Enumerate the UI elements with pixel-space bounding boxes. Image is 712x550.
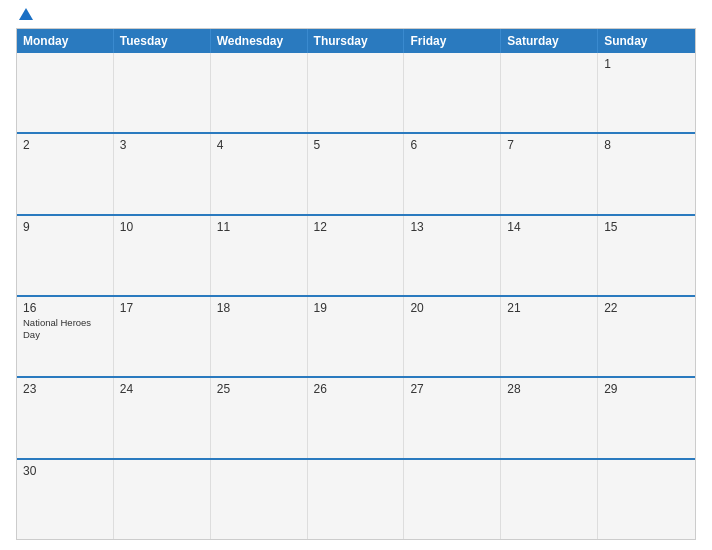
day-cell bbox=[598, 460, 695, 539]
day-number: 4 bbox=[217, 138, 301, 152]
day-number: 10 bbox=[120, 220, 204, 234]
day-cell: 18 bbox=[211, 297, 308, 376]
day-cell: 29 bbox=[598, 378, 695, 457]
day-number: 23 bbox=[23, 382, 107, 396]
day-cell: 4 bbox=[211, 134, 308, 213]
day-cell: 30 bbox=[17, 460, 114, 539]
day-header-sunday: Sunday bbox=[598, 29, 695, 53]
day-number: 22 bbox=[604, 301, 689, 315]
day-number: 25 bbox=[217, 382, 301, 396]
day-headers-row: MondayTuesdayWednesdayThursdayFridaySatu… bbox=[17, 29, 695, 53]
day-cell: 14 bbox=[501, 216, 598, 295]
day-number: 30 bbox=[23, 464, 107, 478]
weeks-container: 12345678910111213141516National Heroes D… bbox=[17, 53, 695, 539]
day-cell: 1 bbox=[598, 53, 695, 132]
calendar: MondayTuesdayWednesdayThursdayFridaySatu… bbox=[16, 28, 696, 540]
day-cell bbox=[308, 460, 405, 539]
event-label: National Heroes Day bbox=[23, 317, 107, 342]
day-cell bbox=[17, 53, 114, 132]
day-cell bbox=[501, 53, 598, 132]
day-number: 21 bbox=[507, 301, 591, 315]
day-cell bbox=[114, 53, 211, 132]
day-number: 12 bbox=[314, 220, 398, 234]
day-cell: 20 bbox=[404, 297, 501, 376]
week-row-3: 9101112131415 bbox=[17, 214, 695, 295]
day-cell: 2 bbox=[17, 134, 114, 213]
day-cell: 5 bbox=[308, 134, 405, 213]
day-cell: 27 bbox=[404, 378, 501, 457]
day-number: 19 bbox=[314, 301, 398, 315]
week-row-2: 2345678 bbox=[17, 132, 695, 213]
day-cell bbox=[404, 460, 501, 539]
day-cell: 7 bbox=[501, 134, 598, 213]
day-header-tuesday: Tuesday bbox=[114, 29, 211, 53]
day-number: 15 bbox=[604, 220, 689, 234]
day-header-friday: Friday bbox=[404, 29, 501, 53]
day-cell: 9 bbox=[17, 216, 114, 295]
week-row-1: 1 bbox=[17, 53, 695, 132]
logo bbox=[16, 10, 36, 20]
day-number: 18 bbox=[217, 301, 301, 315]
day-number: 20 bbox=[410, 301, 494, 315]
day-cell bbox=[114, 460, 211, 539]
day-cell: 21 bbox=[501, 297, 598, 376]
day-number: 29 bbox=[604, 382, 689, 396]
day-number: 13 bbox=[410, 220, 494, 234]
day-number: 11 bbox=[217, 220, 301, 234]
day-cell: 28 bbox=[501, 378, 598, 457]
day-cell: 16National Heroes Day bbox=[17, 297, 114, 376]
day-header-monday: Monday bbox=[17, 29, 114, 53]
day-number: 8 bbox=[604, 138, 689, 152]
day-number: 7 bbox=[507, 138, 591, 152]
day-cell bbox=[501, 460, 598, 539]
day-number: 24 bbox=[120, 382, 204, 396]
logo-triangle-icon bbox=[19, 8, 33, 20]
day-number: 27 bbox=[410, 382, 494, 396]
day-cell: 25 bbox=[211, 378, 308, 457]
day-cell bbox=[404, 53, 501, 132]
day-number: 2 bbox=[23, 138, 107, 152]
day-cell: 8 bbox=[598, 134, 695, 213]
day-cell: 19 bbox=[308, 297, 405, 376]
day-number: 1 bbox=[604, 57, 689, 71]
day-number: 17 bbox=[120, 301, 204, 315]
day-number: 6 bbox=[410, 138, 494, 152]
day-cell: 11 bbox=[211, 216, 308, 295]
day-cell: 12 bbox=[308, 216, 405, 295]
page: MondayTuesdayWednesdayThursdayFridaySatu… bbox=[0, 0, 712, 550]
header bbox=[16, 10, 696, 20]
day-cell: 3 bbox=[114, 134, 211, 213]
day-cell bbox=[211, 460, 308, 539]
week-row-4: 16National Heroes Day171819202122 bbox=[17, 295, 695, 376]
day-number: 26 bbox=[314, 382, 398, 396]
week-row-5: 23242526272829 bbox=[17, 376, 695, 457]
day-cell: 22 bbox=[598, 297, 695, 376]
day-header-saturday: Saturday bbox=[501, 29, 598, 53]
day-cell: 13 bbox=[404, 216, 501, 295]
day-cell bbox=[211, 53, 308, 132]
day-number: 14 bbox=[507, 220, 591, 234]
day-cell: 15 bbox=[598, 216, 695, 295]
day-cell: 23 bbox=[17, 378, 114, 457]
day-cell: 6 bbox=[404, 134, 501, 213]
day-cell: 24 bbox=[114, 378, 211, 457]
day-number: 9 bbox=[23, 220, 107, 234]
day-header-thursday: Thursday bbox=[308, 29, 405, 53]
day-cell: 17 bbox=[114, 297, 211, 376]
week-row-6: 30 bbox=[17, 458, 695, 539]
day-cell: 10 bbox=[114, 216, 211, 295]
day-number: 28 bbox=[507, 382, 591, 396]
day-number: 5 bbox=[314, 138, 398, 152]
day-number: 16 bbox=[23, 301, 107, 315]
day-header-wednesday: Wednesday bbox=[211, 29, 308, 53]
day-cell bbox=[308, 53, 405, 132]
day-cell: 26 bbox=[308, 378, 405, 457]
day-number: 3 bbox=[120, 138, 204, 152]
